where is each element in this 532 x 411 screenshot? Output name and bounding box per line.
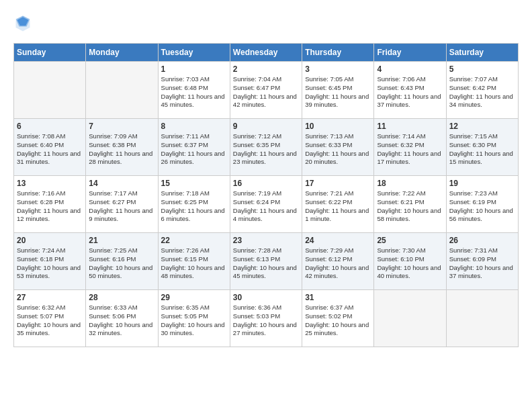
day-number: 24 bbox=[305, 236, 371, 245]
cell-info: Sunrise: 7:18 AM Sunset: 6:25 PM Dayligh… bbox=[161, 189, 227, 224]
cell-info: Sunrise: 7:11 AM Sunset: 6:37 PM Dayligh… bbox=[161, 132, 227, 167]
calendar-cell bbox=[14, 62, 86, 119]
logo bbox=[13, 13, 35, 32]
calendar-cell: 16Sunrise: 7:19 AM Sunset: 6:24 PM Dayli… bbox=[230, 176, 302, 233]
day-number: 13 bbox=[17, 179, 83, 188]
cell-info: Sunrise: 6:36 AM Sunset: 5:03 PM Dayligh… bbox=[233, 304, 299, 338]
col-header-sunday: Sunday bbox=[14, 44, 86, 62]
col-header-saturday: Saturday bbox=[446, 44, 518, 62]
cell-info: Sunrise: 7:19 AM Sunset: 6:24 PM Dayligh… bbox=[233, 189, 299, 224]
day-number: 25 bbox=[377, 236, 443, 245]
cell-info: Sunrise: 7:09 AM Sunset: 6:38 PM Dayligh… bbox=[89, 132, 154, 167]
calendar-cell: 15Sunrise: 7:18 AM Sunset: 6:25 PM Dayli… bbox=[158, 176, 230, 233]
calendar-cell: 28Sunrise: 6:33 AM Sunset: 5:06 PM Dayli… bbox=[86, 290, 158, 347]
day-number: 22 bbox=[161, 236, 227, 245]
col-header-thursday: Thursday bbox=[302, 44, 374, 62]
calendar-cell bbox=[86, 62, 158, 119]
week-row-4: 20Sunrise: 7:24 AM Sunset: 6:18 PM Dayli… bbox=[14, 233, 519, 290]
calendar-cell: 21Sunrise: 7:25 AM Sunset: 6:16 PM Dayli… bbox=[86, 233, 158, 290]
day-number: 12 bbox=[449, 122, 515, 131]
day-number: 10 bbox=[305, 122, 371, 131]
day-number: 30 bbox=[233, 293, 299, 302]
day-number: 17 bbox=[305, 179, 371, 188]
week-row-5: 27Sunrise: 6:32 AM Sunset: 5:07 PM Dayli… bbox=[14, 290, 519, 347]
week-row-3: 13Sunrise: 7:16 AM Sunset: 6:28 PM Dayli… bbox=[14, 176, 519, 233]
cell-info: Sunrise: 7:05 AM Sunset: 6:45 PM Dayligh… bbox=[305, 75, 371, 109]
cell-info: Sunrise: 7:06 AM Sunset: 6:43 PM Dayligh… bbox=[377, 75, 443, 109]
day-number: 8 bbox=[161, 122, 227, 131]
day-number: 23 bbox=[233, 236, 299, 245]
page-header bbox=[13, 13, 519, 32]
day-number: 6 bbox=[17, 122, 83, 131]
day-number: 14 bbox=[89, 179, 154, 188]
calendar-cell: 8Sunrise: 7:11 AM Sunset: 6:37 PM Daylig… bbox=[158, 119, 230, 176]
calendar-cell bbox=[446, 290, 518, 347]
cell-info: Sunrise: 7:03 AM Sunset: 6:48 PM Dayligh… bbox=[161, 75, 227, 109]
calendar-cell: 10Sunrise: 7:13 AM Sunset: 6:33 PM Dayli… bbox=[302, 119, 374, 176]
cell-info: Sunrise: 7:29 AM Sunset: 6:12 PM Dayligh… bbox=[305, 246, 371, 281]
calendar-cell: 3Sunrise: 7:05 AM Sunset: 6:45 PM Daylig… bbox=[302, 62, 374, 119]
cell-info: Sunrise: 7:26 AM Sunset: 6:15 PM Dayligh… bbox=[161, 246, 227, 281]
day-number: 4 bbox=[377, 64, 443, 74]
cell-info: Sunrise: 7:30 AM Sunset: 6:10 PM Dayligh… bbox=[377, 246, 443, 281]
week-row-2: 6Sunrise: 7:08 AM Sunset: 6:40 PM Daylig… bbox=[14, 119, 519, 176]
calendar-cell: 1Sunrise: 7:03 AM Sunset: 6:48 PM Daylig… bbox=[158, 62, 230, 119]
calendar-table: SundayMondayTuesdayWednesdayThursdayFrid… bbox=[13, 43, 519, 347]
calendar-cell: 22Sunrise: 7:26 AM Sunset: 6:15 PM Dayli… bbox=[158, 233, 230, 290]
day-number: 19 bbox=[449, 179, 515, 188]
calendar-cell: 27Sunrise: 6:32 AM Sunset: 5:07 PM Dayli… bbox=[14, 290, 86, 347]
calendar-cell: 20Sunrise: 7:24 AM Sunset: 6:18 PM Dayli… bbox=[14, 233, 86, 290]
cell-info: Sunrise: 7:21 AM Sunset: 6:22 PM Dayligh… bbox=[305, 189, 371, 224]
calendar-cell: 23Sunrise: 7:28 AM Sunset: 6:13 PM Dayli… bbox=[230, 233, 302, 290]
day-number: 31 bbox=[305, 293, 371, 302]
calendar-cell: 19Sunrise: 7:23 AM Sunset: 6:19 PM Dayli… bbox=[446, 176, 518, 233]
day-number: 11 bbox=[377, 122, 443, 131]
cell-info: Sunrise: 7:23 AM Sunset: 6:19 PM Dayligh… bbox=[449, 189, 515, 224]
calendar-cell: 13Sunrise: 7:16 AM Sunset: 6:28 PM Dayli… bbox=[14, 176, 86, 233]
day-number: 2 bbox=[233, 64, 299, 74]
day-number: 7 bbox=[89, 122, 154, 131]
col-header-monday: Monday bbox=[86, 44, 158, 62]
cell-info: Sunrise: 7:07 AM Sunset: 6:42 PM Dayligh… bbox=[449, 75, 515, 109]
day-number: 18 bbox=[377, 179, 443, 188]
calendar-cell: 31Sunrise: 6:37 AM Sunset: 5:02 PM Dayli… bbox=[302, 290, 374, 347]
cell-info: Sunrise: 7:14 AM Sunset: 6:32 PM Dayligh… bbox=[377, 132, 443, 167]
calendar-cell: 24Sunrise: 7:29 AM Sunset: 6:12 PM Dayli… bbox=[302, 233, 374, 290]
day-number: 27 bbox=[17, 293, 83, 302]
calendar-cell: 26Sunrise: 7:31 AM Sunset: 6:09 PM Dayli… bbox=[446, 233, 518, 290]
day-number: 1 bbox=[161, 64, 227, 74]
calendar-cell: 2Sunrise: 7:04 AM Sunset: 6:47 PM Daylig… bbox=[230, 62, 302, 119]
day-number: 5 bbox=[449, 64, 515, 74]
calendar-cell: 6Sunrise: 7:08 AM Sunset: 6:40 PM Daylig… bbox=[14, 119, 86, 176]
col-header-tuesday: Tuesday bbox=[158, 44, 230, 62]
cell-info: Sunrise: 7:08 AM Sunset: 6:40 PM Dayligh… bbox=[17, 132, 83, 167]
cell-info: Sunrise: 7:12 AM Sunset: 6:35 PM Dayligh… bbox=[233, 132, 299, 167]
day-number: 3 bbox=[305, 64, 371, 74]
calendar-cell: 29Sunrise: 6:35 AM Sunset: 5:05 PM Dayli… bbox=[158, 290, 230, 347]
cell-info: Sunrise: 7:31 AM Sunset: 6:09 PM Dayligh… bbox=[449, 246, 515, 281]
cell-info: Sunrise: 6:37 AM Sunset: 5:02 PM Dayligh… bbox=[305, 304, 371, 338]
logo-icon bbox=[13, 13, 32, 32]
day-number: 29 bbox=[161, 293, 227, 302]
cell-info: Sunrise: 7:13 AM Sunset: 6:33 PM Dayligh… bbox=[305, 132, 371, 167]
calendar-cell: 11Sunrise: 7:14 AM Sunset: 6:32 PM Dayli… bbox=[374, 119, 446, 176]
day-number: 16 bbox=[233, 179, 299, 188]
cell-info: Sunrise: 7:22 AM Sunset: 6:21 PM Dayligh… bbox=[377, 189, 443, 224]
day-number: 15 bbox=[161, 179, 227, 188]
cell-info: Sunrise: 7:17 AM Sunset: 6:27 PM Dayligh… bbox=[89, 189, 154, 224]
cell-info: Sunrise: 7:24 AM Sunset: 6:18 PM Dayligh… bbox=[17, 246, 83, 281]
cell-info: Sunrise: 6:32 AM Sunset: 5:07 PM Dayligh… bbox=[17, 304, 83, 338]
calendar-cell: 17Sunrise: 7:21 AM Sunset: 6:22 PM Dayli… bbox=[302, 176, 374, 233]
day-number: 20 bbox=[17, 236, 83, 245]
day-number: 9 bbox=[233, 122, 299, 131]
cell-info: Sunrise: 7:28 AM Sunset: 6:13 PM Dayligh… bbox=[233, 246, 299, 281]
calendar-cell: 4Sunrise: 7:06 AM Sunset: 6:43 PM Daylig… bbox=[374, 62, 446, 119]
calendar-cell: 14Sunrise: 7:17 AM Sunset: 6:27 PM Dayli… bbox=[86, 176, 158, 233]
calendar-cell: 12Sunrise: 7:15 AM Sunset: 6:30 PM Dayli… bbox=[446, 119, 518, 176]
calendar-cell: 5Sunrise: 7:07 AM Sunset: 6:42 PM Daylig… bbox=[446, 62, 518, 119]
calendar-cell: 25Sunrise: 7:30 AM Sunset: 6:10 PM Dayli… bbox=[374, 233, 446, 290]
col-header-friday: Friday bbox=[374, 44, 446, 62]
cell-info: Sunrise: 7:04 AM Sunset: 6:47 PM Dayligh… bbox=[233, 75, 299, 109]
cell-info: Sunrise: 7:25 AM Sunset: 6:16 PM Dayligh… bbox=[89, 246, 154, 281]
calendar-cell: 7Sunrise: 7:09 AM Sunset: 6:38 PM Daylig… bbox=[86, 119, 158, 176]
